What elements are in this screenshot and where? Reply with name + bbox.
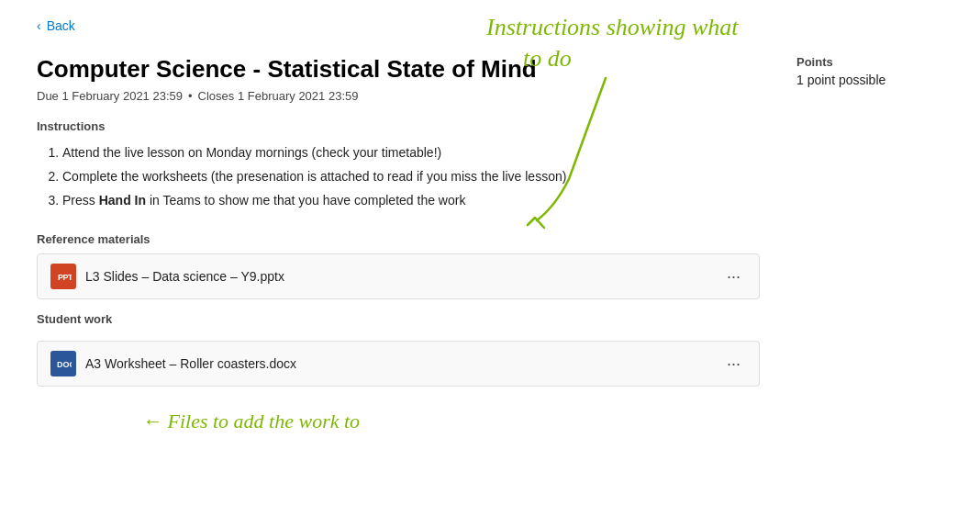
pptx-icon: PPT (50, 264, 76, 289)
points-value: 1 point possible (796, 73, 943, 87)
reference-materials-label: Reference materials (37, 232, 760, 246)
docx-icon: DOC (50, 351, 76, 376)
student-file-name: A3 Worksheet – Roller coasters.docx (85, 356, 296, 371)
ref-file-more-button[interactable]: ··· (721, 266, 746, 286)
closes-date: Closes 1 February 2021 23:59 (198, 89, 359, 103)
ref-file-name: L3 Slides – Data science – Y9.pptx (85, 269, 284, 284)
svg-text:← Files to add the work to: ← Files to add the work to (142, 410, 360, 433)
left-column: Computer Science - Statistical State of … (37, 55, 760, 399)
student-work-row: Student work (37, 312, 760, 333)
back-label: Back (47, 18, 75, 33)
chevron-left-icon: ‹ (37, 18, 41, 33)
page-container: ‹ Back Computer Science - Statistical St… (0, 0, 980, 528)
ref-file-left: PPT L3 Slides – Data science – Y9.pptx (50, 264, 284, 289)
instruction-item-3: Press Hand In in Teams to show me that y… (62, 190, 760, 212)
assignment-title: Computer Science - Statistical State of … (37, 55, 760, 84)
instruction-item-2: Complete the worksheets (the presenation… (62, 166, 760, 188)
student-file-more-button[interactable]: ··· (721, 354, 746, 374)
due-date: Due 1 February 2021 23:59 (37, 89, 183, 103)
instruction-3-bold: Hand In (99, 193, 146, 208)
main-content: Computer Science - Statistical State of … (37, 55, 943, 399)
instruction-3-prefix: Press (62, 193, 99, 208)
instructions-list: Attend the live lesson on Monday morning… (37, 142, 760, 211)
instruction-3-suffix: in Teams to show me that you have comple… (146, 193, 465, 208)
due-dates-row: Due 1 February 2021 23:59 • Closes 1 Feb… (37, 89, 760, 103)
ref-file-card[interactable]: PPT L3 Slides – Data science – Y9.pptx ·… (37, 253, 760, 299)
separator-dot: • (188, 89, 193, 103)
svg-text:Instructions showing what: Instructions showing what (485, 14, 739, 40)
student-work-label: Student work (37, 312, 112, 326)
svg-text:PPT: PPT (58, 273, 72, 282)
svg-text:DOC: DOC (57, 360, 72, 369)
student-file-card[interactable]: DOC A3 Worksheet – Roller coasters.docx … (37, 341, 760, 387)
points-label: Points (796, 55, 943, 69)
back-link[interactable]: ‹ Back (37, 18, 75, 33)
instructions-label: Instructions (37, 119, 760, 133)
student-file-left: DOC A3 Worksheet – Roller coasters.docx (50, 351, 296, 376)
right-column: Points 1 point possible (796, 55, 943, 399)
instruction-item-1: Attend the live lesson on Monday morning… (62, 142, 760, 164)
